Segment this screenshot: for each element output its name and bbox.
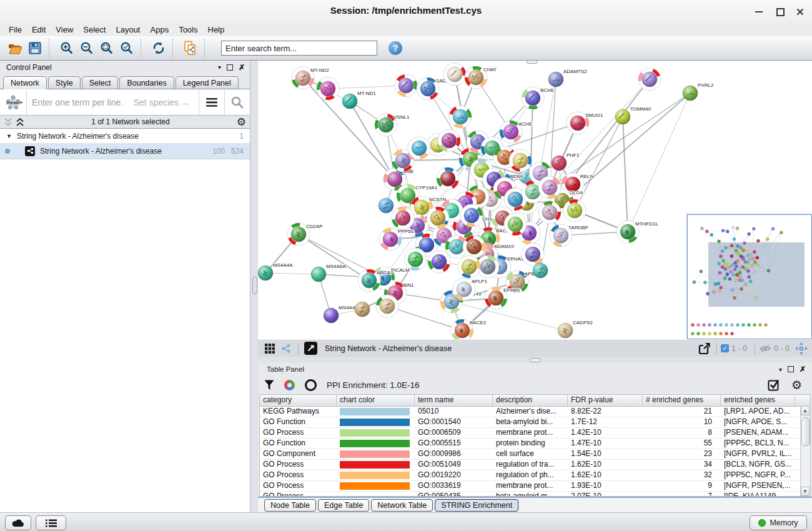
network-node[interactable]: [533, 263, 548, 278]
network-canvas[interactable]: MT-ND2MT-ND1VSNL1GAD2CHATBCHEADAMTS2PVRL…: [258, 61, 812, 339]
help-icon[interactable]: ?: [389, 41, 402, 55]
select-all-checkbox-icon[interactable]: [768, 379, 780, 391]
scrollbar-thumb[interactable]: [801, 417, 810, 446]
network-node[interactable]: [638, 68, 661, 91]
donut-chart-icon[interactable]: [284, 380, 295, 390]
menu-item-apps[interactable]: Apps: [146, 25, 174, 34]
network-node-bche[interactable]: BCHE: [522, 87, 554, 109]
table-row[interactable]: GO ProcessGO:0033619membrane prot...1.93…: [260, 481, 810, 492]
network-options-gear-icon[interactable]: ⚙: [237, 116, 246, 129]
network-node-aplp1[interactable]: APLP1: [453, 278, 487, 300]
annotation-mode-icon[interactable]: [302, 341, 319, 356]
canvas-top-splitter-handle[interactable]: [527, 61, 538, 64]
network-node[interactable]: [437, 167, 459, 190]
string-database-selector[interactable]: STRING: [0, 90, 27, 115]
refresh-icon[interactable]: [149, 38, 169, 58]
string-query-input[interactable]: [27, 97, 134, 107]
pan-compass-icon[interactable]: [793, 341, 810, 356]
scroll-up-icon[interactable]: ▲: [801, 406, 810, 415]
network-from-clipboard-icon[interactable]: [181, 38, 201, 58]
network-node-tardbp[interactable]: TARDBP: [550, 224, 588, 247]
horizontal-splitter[interactable]: [258, 357, 812, 363]
network-node[interactable]: [379, 198, 394, 213]
cloud-tasks-button[interactable]: [5, 515, 31, 530]
network-node[interactable]: [355, 302, 370, 317]
network-node[interactable]: [449, 106, 472, 128]
menu-item-select[interactable]: Select: [78, 25, 111, 34]
network-node-mt-nd1[interactable]: MT-ND1: [342, 91, 376, 109]
menu-item-view[interactable]: View: [51, 25, 78, 34]
network-node-ppp5c[interactable]: PPP5C: [379, 228, 414, 251]
network-node[interactable]: [504, 213, 527, 236]
enrichment-table-header[interactable]: categorychart colorterm namedescriptionF…: [260, 395, 810, 407]
vertical-splitter[interactable]: [250, 61, 258, 512]
network-node-gad2[interactable]: GAD2: [417, 77, 449, 100]
zoom-fit-icon[interactable]: [97, 38, 117, 58]
network-node-bace2[interactable]: BACE2: [451, 319, 487, 339]
tab-boundaries[interactable]: Boundaries: [119, 76, 174, 89]
network-node-smug1[interactable]: SMUG1: [567, 112, 603, 134]
collapse-arrow-icon[interactable]: ▼: [6, 133, 12, 139]
panel-menu-icon[interactable]: ▾: [218, 64, 221, 71]
table-row[interactable]: GO ComponentGO:0009986cell surface1.54E-…: [260, 449, 810, 460]
column-header-description[interactable]: description: [493, 395, 568, 406]
network-node-ms4a4a[interactable]: MS4A4A: [258, 262, 293, 280]
maximize-icon[interactable]: [772, 6, 788, 17]
table-scrollbar[interactable]: ▲ ▼: [800, 406, 810, 496]
network-row-selected[interactable]: String Network - Alzheimer's disease 100…: [0, 144, 250, 159]
search-input[interactable]: [221, 41, 377, 56]
table-row[interactable]: GO ProcessGO:0051049regulation of tra...…: [260, 460, 810, 470]
panel-float-icon[interactable]: [227, 64, 233, 71]
network-node[interactable]: [438, 129, 460, 152]
column-header-chart-color[interactable]: chart color: [337, 395, 415, 406]
save-session-icon[interactable]: [25, 38, 45, 58]
menu-item-tools[interactable]: Tools: [174, 25, 202, 34]
table-row[interactable]: KEGG Pathways05010Alzheimer's dise...8.8…: [260, 407, 810, 417]
network-node[interactable]: [460, 204, 483, 227]
network-node-epha5[interactable]: EPHA5: [485, 287, 520, 309]
panel-close-icon[interactable]: ✗: [239, 63, 245, 72]
network-node[interactable]: [563, 199, 586, 222]
network-node[interactable]: [522, 243, 544, 266]
collapse-all-icon[interactable]: [16, 117, 24, 127]
open-file-icon[interactable]: [5, 38, 25, 58]
task-history-button[interactable]: [36, 515, 66, 530]
ring-chart-icon[interactable]: [305, 379, 317, 391]
memory-button[interactable]: Memory: [750, 515, 807, 530]
table-settings-gear-icon[interactable]: ⚙: [791, 378, 802, 392]
tab-style[interactable]: Style: [48, 76, 81, 89]
selected-nodes-checkbox-icon[interactable]: ✓: [721, 344, 729, 352]
column-header-FDR-p-value[interactable]: FDR p-value: [568, 395, 643, 406]
network-node-tomm40[interactable]: TOMM40: [615, 106, 651, 124]
network-node-chat[interactable]: CHAT: [465, 66, 497, 89]
tab-legend-panel[interactable]: Legend Panel: [176, 76, 239, 89]
network-node[interactable]: [458, 256, 480, 278]
string-view-icon[interactable]: [278, 341, 294, 356]
network-node[interactable]: [538, 201, 561, 224]
panel-close-icon[interactable]: ✗: [800, 365, 806, 374]
panel-float-icon[interactable]: [788, 366, 794, 372]
column-header-term-name[interactable]: term name: [415, 395, 493, 406]
tab-string-enrichment[interactable]: STRING Enrichment: [435, 499, 518, 512]
expand-all-icon[interactable]: [4, 117, 12, 127]
column-header-enriched-genes[interactable]: enriched genes: [721, 395, 795, 406]
network-node-adamts2[interactable]: ADAMTS2: [548, 69, 587, 87]
network-node-mthfd1l[interactable]: MTHFD1L: [616, 221, 658, 243]
menu-item-file[interactable]: File: [4, 25, 27, 34]
menu-item-help[interactable]: Help: [203, 25, 230, 34]
network-node[interactable]: [463, 236, 485, 258]
tab-edge-table[interactable]: Edge Table: [318, 499, 369, 512]
network-node-vsnl1[interactable]: VSNL1: [375, 114, 410, 136]
zoom-out-icon[interactable]: [77, 38, 97, 58]
enrichment-table[interactable]: categorychart colorterm namedescriptionF…: [259, 394, 811, 497]
network-node-cd2ap[interactable]: CD2AP: [287, 223, 323, 246]
network-node[interactable]: [509, 149, 532, 172]
minimize-icon[interactable]: [751, 6, 767, 17]
tab-select[interactable]: Select: [82, 76, 119, 89]
column-header--enriched-genes[interactable]: # enriched genes: [643, 395, 721, 406]
table-row[interactable]: GO FunctionGO:0001540beta-amyloid bi...1…: [260, 417, 810, 428]
network-node-ms4a6a[interactable]: MS4A6A: [311, 264, 346, 282]
birds-eye-view[interactable]: [687, 214, 812, 339]
network-node-phf1[interactable]: PHF1: [552, 152, 580, 171]
zoom-in-icon[interactable]: [57, 38, 77, 58]
